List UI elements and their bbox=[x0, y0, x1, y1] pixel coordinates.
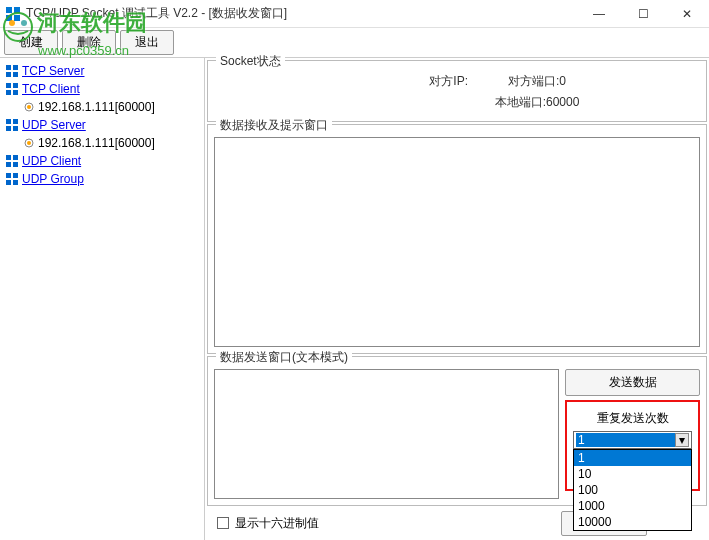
svg-rect-11 bbox=[6, 83, 11, 88]
svg-rect-7 bbox=[6, 65, 11, 70]
dropdown-option[interactable]: 10000 bbox=[574, 514, 691, 530]
tree-label: UDP Client bbox=[22, 154, 81, 168]
svg-rect-9 bbox=[6, 72, 11, 77]
svg-rect-3 bbox=[14, 15, 20, 21]
socket-status-legend: Socket状态 bbox=[216, 53, 285, 70]
grid-icon bbox=[6, 65, 18, 77]
bullet-icon bbox=[24, 138, 34, 148]
create-button[interactable]: 创建 bbox=[4, 30, 58, 55]
tree-item-udp-client[interactable]: UDP Client bbox=[2, 152, 202, 170]
[interactable]: 1 ▾ 1 10 100 1000 10000 bbox=[573, 431, 692, 449]
svg-rect-13 bbox=[6, 90, 11, 95]
send-legend: 数据发送窗口(文本模式) bbox=[216, 349, 352, 366]
send-textarea[interactable] bbox=[214, 369, 559, 499]
svg-point-16 bbox=[27, 105, 31, 109]
tree-label: UDP Server bbox=[22, 118, 86, 132]
exit-button[interactable]: 退出 bbox=[120, 30, 174, 55]
tree-item-udp-group[interactable]: UDP Group bbox=[2, 170, 202, 188]
tree-item-tcp-server[interactable]: TCP Server bbox=[2, 62, 202, 80]
svg-rect-20 bbox=[13, 126, 18, 131]
combo-value: 1 bbox=[576, 433, 675, 447]
recv-legend: 数据接收及提示窗口 bbox=[216, 117, 332, 134]
repeat-dropdown: 1 10 100 1000 10000 bbox=[573, 449, 692, 531]
repeat-count-label: 重复发送次数 bbox=[573, 410, 692, 427]
tree-item-udp-server[interactable]: UDP Server bbox=[2, 116, 202, 134]
maximize-button[interactable]: ☐ bbox=[621, 0, 665, 27]
svg-rect-30 bbox=[13, 180, 18, 185]
local-port-label: 本地端口:60000 bbox=[495, 94, 580, 111]
svg-rect-12 bbox=[13, 83, 18, 88]
svg-rect-26 bbox=[13, 162, 18, 167]
grid-icon bbox=[6, 119, 18, 131]
repeat-count-box: 重复发送次数 1 ▾ 1 10 100 1000 10000 bbox=[565, 400, 700, 491]
grid-icon bbox=[6, 173, 18, 185]
tree-item-udp-server-addr[interactable]: 192.168.1.111[60000] bbox=[2, 134, 202, 152]
svg-rect-1 bbox=[14, 7, 20, 13]
socket-status-group: Socket状态 对方IP: 对方端口:0 本地端口:60000 bbox=[207, 60, 707, 122]
grid-icon bbox=[6, 155, 18, 167]
tree-label: TCP Server bbox=[22, 64, 84, 78]
toolbar: 创建 删除 退出 bbox=[0, 28, 709, 58]
svg-rect-25 bbox=[6, 162, 11, 167]
tree-item-tcp-client[interactable]: TCP Client bbox=[2, 80, 202, 98]
bullet-icon bbox=[24, 102, 34, 112]
peer-port-label: 对方端口:0 bbox=[508, 73, 566, 90]
window-title: TCP/UDP Socket 调试工具 V2.2 - [数据收发窗口] bbox=[26, 5, 577, 22]
recv-group: 数据接收及提示窗口 bbox=[207, 124, 707, 354]
chevron-down-icon[interactable]: ▾ bbox=[675, 433, 689, 447]
send-data-button[interactable]: 发送数据 bbox=[565, 369, 700, 396]
svg-rect-18 bbox=[13, 119, 18, 124]
send-group: 数据发送窗口(文本模式) 发送数据 重复发送次数 1 ▾ 1 10 100 10… bbox=[207, 356, 707, 506]
recv-textarea[interactable] bbox=[214, 137, 700, 347]
tree-label: UDP Group bbox=[22, 172, 84, 186]
svg-rect-2 bbox=[6, 15, 12, 21]
svg-rect-28 bbox=[13, 173, 18, 178]
svg-rect-10 bbox=[13, 72, 18, 77]
close-button[interactable]: ✕ bbox=[665, 0, 709, 27]
svg-rect-14 bbox=[13, 90, 18, 95]
svg-rect-8 bbox=[13, 65, 18, 70]
content-area: Socket状态 对方IP: 对方端口:0 本地端口:60000 数据接收及提示… bbox=[205, 58, 709, 540]
tree-item-tcp-client-addr[interactable]: 192.168.1.111[60000] bbox=[2, 98, 202, 116]
delete-button[interactable]: 删除 bbox=[62, 30, 116, 55]
svg-rect-24 bbox=[13, 155, 18, 160]
grid-icon bbox=[6, 83, 18, 95]
hex-checkbox-wrap[interactable]: 显示十六进制值 bbox=[217, 515, 319, 532]
hex-checkbox[interactable] bbox=[217, 517, 229, 529]
dropdown-option[interactable]: 1000 bbox=[574, 498, 691, 514]
peer-ip-label: 对方IP: bbox=[348, 73, 468, 90]
minimize-button[interactable]: — bbox=[577, 0, 621, 27]
window-controls: — ☐ ✕ bbox=[577, 0, 709, 27]
dropdown-option[interactable]: 1 bbox=[574, 450, 691, 466]
hex-label: 显示十六进制值 bbox=[235, 515, 319, 532]
tree-label: 192.168.1.111[60000] bbox=[38, 100, 155, 114]
svg-rect-17 bbox=[6, 119, 11, 124]
tree-label: 192.168.1.111[60000] bbox=[38, 136, 155, 150]
svg-rect-0 bbox=[6, 7, 12, 13]
sidebar-tree: TCP Server TCP Client 192.168.1.111[6000… bbox=[0, 58, 205, 540]
dropdown-option[interactable]: 100 bbox=[574, 482, 691, 498]
svg-rect-29 bbox=[6, 180, 11, 185]
dropdown-option[interactable]: 10 bbox=[574, 466, 691, 482]
title-bar: TCP/UDP Socket 调试工具 V2.2 - [数据收发窗口] — ☐ … bbox=[0, 0, 709, 28]
blank bbox=[335, 94, 455, 111]
app-icon bbox=[6, 7, 20, 21]
svg-rect-19 bbox=[6, 126, 11, 131]
svg-rect-23 bbox=[6, 155, 11, 160]
tree-label: TCP Client bbox=[22, 82, 80, 96]
svg-rect-27 bbox=[6, 173, 11, 178]
svg-point-22 bbox=[27, 141, 31, 145]
